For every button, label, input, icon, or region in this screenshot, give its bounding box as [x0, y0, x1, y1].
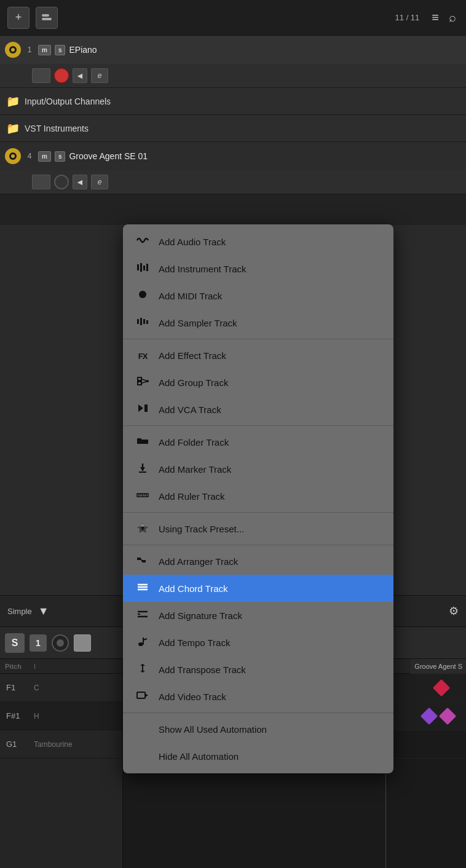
key-info-fs1: H: [34, 712, 116, 720]
svg-marker-18: [138, 404, 143, 412]
track-monitor-groove[interactable]: ◄: [73, 175, 87, 189]
menu-label-add-effect-track: Add Effect Track: [159, 350, 226, 361]
menu-label-add-audio-track: Add Audio Track: [159, 237, 226, 247]
svg-marker-43: [140, 664, 145, 666]
top-bar: + 11 / 11 ≡ ⌕: [0, 0, 466, 36]
menu-item-using-track-preset[interactable]: Using Track Preset...: [123, 515, 393, 542]
svg-rect-30: [137, 558, 141, 560]
svg-rect-19: [144, 404, 148, 412]
svg-rect-45: [137, 692, 145, 698]
menu-item-add-vca-track[interactable]: Add VCA Track: [123, 396, 393, 423]
menu-icon-add-sampler-track: [135, 316, 150, 330]
menu-label-add-chord-track: Add Chord Track: [159, 583, 228, 594]
track-edit-epiano[interactable]: e: [91, 68, 108, 83]
menu-item-show-automation[interactable]: Show All Used Automation: [123, 716, 393, 743]
menu-item-add-folder-track[interactable]: Add Folder Track: [123, 428, 393, 456]
track-mute-button-4[interactable]: m: [38, 151, 51, 162]
roll-track-label: Groove Agent S: [411, 659, 466, 674]
lower-record-button[interactable]: [52, 634, 69, 652]
svg-rect-6: [143, 266, 145, 270]
menu-icon-add-arranger-track: [135, 554, 150, 569]
svg-rect-13: [138, 377, 141, 381]
track-vol-epiano: [32, 68, 50, 83]
svg-point-8: [139, 291, 146, 298]
track-record-epiano[interactable]: [54, 68, 69, 83]
menu-label-add-group-track: Add Group Track: [159, 377, 228, 388]
track-mute-button-1[interactable]: m: [38, 45, 51, 55]
menu-item-add-midi-track[interactable]: Add MIDI Track: [123, 282, 393, 309]
menu-label-add-ruler-track: Add Ruler Track: [159, 491, 225, 502]
lower-1-icon[interactable]: 1: [30, 634, 47, 652]
menu-item-add-arranger-track[interactable]: Add Arranger Track: [123, 548, 393, 575]
key-pitch-f1: F1: [6, 683, 28, 692]
menu-icon-add-transpose-track: [135, 663, 150, 677]
menu-label-add-instrument-track: Add Instrument Track: [159, 264, 247, 274]
svg-marker-46: [145, 693, 148, 697]
folder-row-vst[interactable]: 📁 VST Instruments: [0, 115, 466, 142]
menu-item-add-ruler-track[interactable]: Add Ruler Track: [123, 483, 393, 510]
key-info-f1: C: [34, 684, 116, 692]
piano-key-f1[interactable]: F1 C: [0, 674, 122, 702]
folder-name-vst: VST Instruments: [25, 124, 89, 133]
track-record-groove[interactable]: [54, 175, 69, 189]
menu-label-add-signature-track: Add Signature Track: [159, 610, 242, 621]
piano-key-g1[interactable]: G1 Tambourine: [0, 730, 122, 759]
svg-marker-44: [140, 671, 145, 673]
track-edit-groove[interactable]: e: [91, 175, 108, 189]
menu-item-add-instrument-track[interactable]: Add Instrument Track: [123, 255, 393, 282]
svg-rect-31: [142, 560, 146, 562]
svg-point-1: [11, 48, 15, 52]
svg-point-29: [141, 524, 144, 527]
svg-rect-10: [140, 318, 142, 325]
menu-icon-add-chord-track: [135, 582, 150, 596]
piano-key-fs1[interactable]: F#1 H: [0, 702, 122, 730]
note-diamond-pink: [439, 708, 456, 725]
menu-item-add-video-track[interactable]: Add Video Track: [123, 683, 393, 710]
key-info-g1: Tambourine: [34, 740, 116, 749]
track-icon-epiano: [5, 42, 21, 58]
menu-item-add-chord-track[interactable]: Add Chord Track: [123, 575, 393, 602]
menu-icon-add-group-track: [135, 376, 150, 390]
add-track-button[interactable]: +: [7, 7, 30, 29]
track-solo-button-1[interactable]: s: [55, 45, 66, 55]
menu-item-add-sampler-track[interactable]: Add Sampler Track: [123, 309, 393, 336]
menu-separator-sep4: [123, 545, 393, 545]
menu-icon-using-track-preset: [135, 522, 150, 536]
svg-marker-22: [140, 467, 145, 471]
top-bar-left: +: [7, 7, 58, 29]
preset-icon-button[interactable]: [36, 7, 58, 29]
folder-icon-io: 📁: [6, 95, 20, 108]
svg-line-32: [141, 559, 142, 561]
piano-keys: Pitch I F1 C F#1 H G1 Tambourine: [0, 659, 123, 868]
transport-dropdown-button[interactable]: ▼: [38, 605, 49, 618]
lower-s-icon[interactable]: S: [5, 633, 25, 653]
folder-row-io[interactable]: 📁 Input/Output Channels: [0, 88, 466, 115]
track-solo-button-4[interactable]: s: [55, 151, 66, 162]
folder-icon-vst: 📁: [6, 122, 20, 135]
menu-icon-add-vca-track: [135, 403, 150, 417]
menu-item-add-transpose-track[interactable]: Add Transpose Track: [123, 656, 393, 683]
menu-icon-add-video-track: [135, 690, 150, 704]
menu-label-using-track-preset: Using Track Preset...: [159, 524, 244, 534]
menu-item-hide-automation[interactable]: Hide All Automation: [123, 743, 393, 770]
menu-label-add-midi-track: Add MIDI Track: [159, 291, 222, 301]
menu-item-add-signature-track[interactable]: Add Signature Track: [123, 602, 393, 629]
track-num-4: 4: [25, 152, 34, 160]
svg-point-17: [146, 380, 149, 382]
menu-item-add-group-track[interactable]: Add Group Track: [123, 369, 393, 396]
menu-item-add-effect-track[interactable]: FXAdd Effect Track: [123, 342, 393, 369]
menu-item-add-marker-track[interactable]: Add Marker Track: [123, 456, 393, 483]
track-monitor-epiano[interactable]: ◄: [73, 68, 87, 83]
track-controls-epiano: ◄ e: [0, 64, 466, 87]
search-button[interactable]: ⌕: [446, 8, 459, 27]
transport-gear-button[interactable]: ⚙: [449, 604, 459, 618]
menu-item-add-audio-track[interactable]: Add Audio Track: [123, 228, 393, 255]
list-view-button[interactable]: ≡: [429, 8, 441, 27]
note-diamond-purple: [421, 708, 438, 725]
menu-label-add-video-track: Add Video Track: [159, 692, 226, 702]
menu-item-add-tempo-track[interactable]: Add Tempo Track: [123, 629, 393, 656]
context-menu: Add Audio TrackAdd Instrument TrackAdd M…: [123, 224, 393, 773]
menu-icon-add-signature-track: [135, 609, 150, 623]
svg-rect-11: [143, 319, 145, 324]
lower-gray-bar: [74, 634, 91, 652]
